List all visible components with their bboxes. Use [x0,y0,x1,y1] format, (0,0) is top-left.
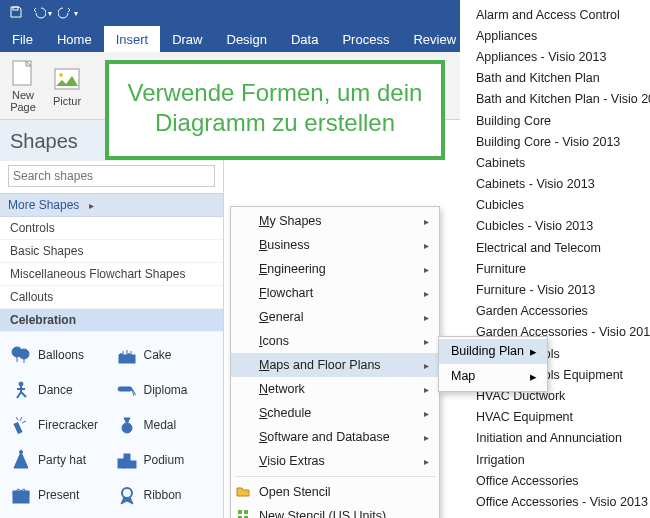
stencil-appliances-visio-2013[interactable]: Appliances - Visio 2013 [476,46,644,67]
redo-icon[interactable] [58,2,78,22]
menu-business[interactable]: Business [231,233,439,257]
svg-rect-15 [118,459,124,468]
submenu-label: Building Plan [451,344,524,359]
menu-flowchart[interactable]: Flowchart [231,281,439,305]
shape-balloons[interactable]: Balloons [8,338,110,371]
undo-icon[interactable] [32,2,52,22]
menu-software-and-database[interactable]: Software and Database [231,425,439,449]
chevron-right-icon [424,262,429,276]
category-controls[interactable]: Controls [0,217,223,240]
menu-open-stencil[interactable]: Open Stencil [231,480,439,504]
stencil-electrical-and-telecom[interactable]: Electrical and Telecom [476,237,644,258]
dance-icon [10,380,32,400]
stencil-furniture[interactable]: Furniture [476,258,644,279]
chevron-right-icon [424,406,429,420]
new-page-button[interactable]: New Page [6,57,40,115]
stencil-building-core-visio-2013[interactable]: Building Core - Visio 2013 [476,131,644,152]
chevron-right-icon: ▸ [530,369,537,384]
stencil-office-equipment[interactable]: Office Equipment [476,513,644,519]
menu-engineering[interactable]: Engineering [231,257,439,281]
shape-present[interactable]: Present [8,479,110,512]
stencil-furniture-visio-2013[interactable]: Furniture - Visio 2013 [476,279,644,300]
submenu-map[interactable]: Map▸ [439,364,547,389]
shape-diploma[interactable]: Diploma [114,373,216,406]
tab-draw[interactable]: Draw [160,26,214,52]
menu-label: Software and Database [259,430,390,444]
shape-label: Dance [38,383,73,397]
menu-my-shapes[interactable]: My Shapes [231,209,439,233]
stencil-cubicles[interactable]: Cubicles [476,195,644,216]
menu-maps-and-floor-plans[interactable]: Maps and Floor Plans [231,353,439,377]
category-basic-shapes[interactable]: Basic Shapes [0,240,223,263]
stencil-appliances[interactable]: Appliances [476,25,644,46]
menu-schedule[interactable]: Schedule [231,401,439,425]
shape-medal[interactable]: Medal [114,408,216,441]
stencil-building-core[interactable]: Building Core [476,110,644,131]
menu-visio-extras[interactable]: Visio Extras [231,449,439,473]
stencil-cubicles-visio-2013[interactable]: Cubicles - Visio 2013 [476,216,644,237]
tooltip-callout: Verwende Formen, um dein Diagramm zu ers… [105,60,445,160]
shape-grid: BalloonsCakeDanceDiplomaFirecrackerMedal… [0,332,223,518]
svg-point-3 [59,73,63,77]
svg-rect-10 [118,387,132,391]
chevron-right-icon [424,430,429,444]
category-miscellaneous-flowchart-shapes[interactable]: Miscellaneous Flowchart Shapes [0,263,223,286]
more-shapes-button[interactable]: More Shapes [0,193,223,217]
category-callouts[interactable]: Callouts [0,286,223,309]
shape-label: Diploma [144,383,188,397]
tab-review[interactable]: Review [401,26,468,52]
category-celebration[interactable]: Celebration [0,309,223,332]
tab-process[interactable]: Process [330,26,401,52]
shape-dance[interactable]: Dance [8,373,110,406]
search-input[interactable] [8,165,215,187]
more-shapes-menu: My ShapesBusinessEngineeringFlowchartGen… [230,206,440,518]
menu-label: General [259,310,303,324]
cake-icon [116,345,138,365]
open-icon [236,484,252,500]
tab-design[interactable]: Design [215,26,279,52]
shape-label: Firecracker [38,418,98,432]
stencil-alarm-and-access-control[interactable]: Alarm and Access Control [476,4,644,25]
chevron-right-icon [424,214,429,228]
menu-separator [235,476,435,477]
save-icon[interactable] [6,2,26,22]
menu-label: Visio Extras [259,454,325,468]
new-page-label: New Page [10,89,36,113]
stencil-irrigation[interactable]: Irrigation [476,449,644,470]
menu-new-stencil-us-units-[interactable]: New Stencil (US Units) [231,504,439,518]
chevron-right-icon [424,454,429,468]
tab-insert[interactable]: Insert [104,26,161,52]
stencil-initiation-and-annunciation[interactable]: Initiation and Annunciation [476,428,644,449]
shape-firecracker[interactable]: Firecracker [8,408,110,441]
diploma-icon [116,380,138,400]
tab-data[interactable]: Data [279,26,330,52]
stencil-bath-and-kitchen-plan-visio-2013[interactable]: Bath and Kitchen Plan - Visio 2013 [476,89,644,110]
stencil-hvac-equipment[interactable]: HVAC Equipment [476,407,644,428]
submenu-building-plan[interactable]: Building Plan▸ [439,339,547,364]
menu-general[interactable]: General [231,305,439,329]
menu-label: Flowchart [259,286,313,300]
svg-rect-20 [238,510,242,514]
menu-label: Maps and Floor Plans [259,358,381,372]
stencil-bath-and-kitchen-plan[interactable]: Bath and Kitchen Plan [476,68,644,89]
maps-floorplans-submenu: Building Plan▸Map▸ [438,336,548,392]
pictures-button[interactable]: Pictur [50,63,84,109]
menu-label: New Stencil (US Units) [259,509,386,518]
stencil-cabinets[interactable]: Cabinets [476,152,644,173]
tab-file[interactable]: File [0,26,45,52]
shape-partyhat[interactable]: Party hat [8,444,110,477]
menu-network[interactable]: Network [231,377,439,401]
shape-ribbon[interactable]: Ribbon [114,479,216,512]
stencil-office-accessories-visio-2013[interactable]: Office Accessories - Visio 2013 [476,491,644,512]
shape-cake[interactable]: Cake [114,338,216,371]
shape-label: Party hat [38,453,86,467]
stencil-garden-accessories[interactable]: Garden Accessories [476,301,644,322]
tab-home[interactable]: Home [45,26,104,52]
stencil-cabinets-visio-2013[interactable]: Cabinets - Visio 2013 [476,174,644,195]
svg-rect-0 [13,7,18,10]
chevron-right-icon [424,310,429,324]
picture-icon [53,65,81,93]
menu-icons[interactable]: Icons [231,329,439,353]
stencil-office-accessories[interactable]: Office Accessories [476,470,644,491]
shape-podium[interactable]: Podium [114,444,216,477]
